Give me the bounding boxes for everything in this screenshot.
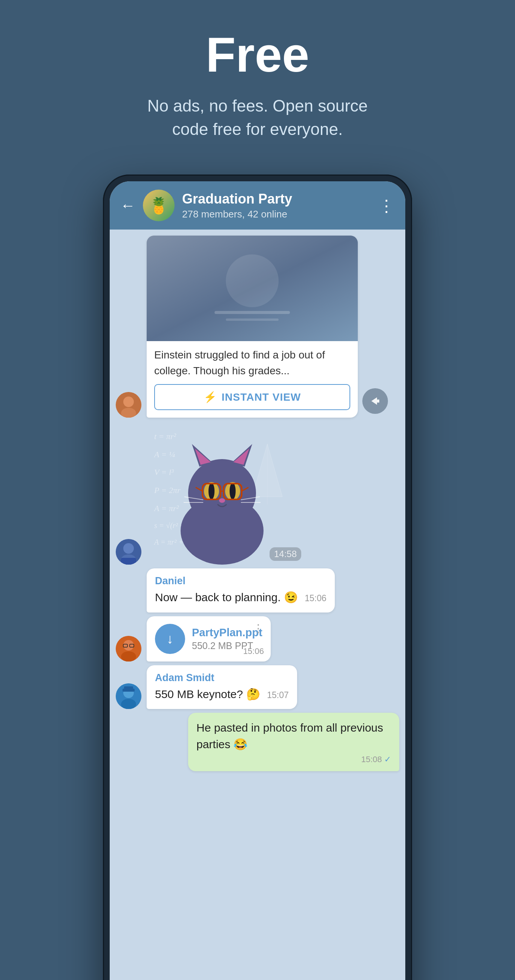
svg-rect-6	[226, 318, 279, 321]
table-row: Einstein struggled to find a job out of …	[116, 235, 399, 418]
chat-name: Graduation Party	[182, 191, 371, 207]
svg-point-1	[123, 396, 134, 407]
svg-rect-10	[121, 558, 136, 565]
chat-body: Einstein struggled to find a job out of …	[110, 229, 405, 980]
hero-title: Free	[15, 30, 500, 79]
svg-point-28	[219, 498, 225, 503]
chat-status: 278 members, 42 online	[182, 208, 371, 220]
lightning-icon: ⚡	[204, 391, 217, 403]
phone-wrapper: ← 🍍 Graduation Party 278 members, 42 onl…	[103, 175, 412, 980]
sender-name: Adam Smidt	[155, 672, 289, 684]
svg-point-8	[123, 543, 134, 554]
chat-menu-button[interactable]: ⋮	[378, 196, 395, 215]
chat-info: Graduation Party 278 members, 42 online	[182, 191, 371, 220]
instant-view-button[interactable]: ⚡ INSTANT VIEW	[154, 384, 350, 410]
check-icon: ✓	[384, 755, 391, 764]
avatar	[116, 683, 141, 709]
svg-point-34	[123, 640, 134, 651]
table-row: Adam Smidt 550 MB keynote? 🤔 15:07	[116, 665, 399, 710]
svg-point-21	[209, 483, 215, 500]
avatar	[116, 636, 141, 662]
avatar	[116, 539, 141, 565]
message-time: 15:07	[267, 690, 289, 700]
table-row: He pasted in photos from all previous pa…	[116, 713, 399, 771]
hero-section: Free No ads, no fees. Open sourcecode fr…	[0, 0, 515, 163]
avatar	[116, 392, 141, 418]
svg-point-40	[121, 699, 136, 709]
file-bubble: ↓ PartyPlan.ppt 550.2 MB PPT ⋮ 15:06	[147, 616, 271, 662]
message-bubble: Adam Smidt 550 MB keynote? 🤔 15:07	[147, 665, 297, 710]
svg-rect-42	[124, 686, 133, 690]
chat-header: ← 🍍 Graduation Party 278 members, 42 onl…	[110, 181, 405, 229]
file-name: PartyPlan.ppt	[192, 627, 262, 639]
link-preview-bubble: Einstein struggled to find a job out of …	[147, 235, 358, 418]
link-preview-text: Einstein struggled to find a job out of …	[154, 347, 350, 379]
instant-view-label: INSTANT VIEW	[222, 391, 301, 403]
message-time: 15:06	[243, 646, 264, 656]
sticker-timestamp: 14:58	[269, 547, 301, 561]
phone-screen: ← 🍍 Graduation Party 278 members, 42 onl…	[110, 181, 405, 980]
message-time: 15:08	[361, 755, 382, 764]
own-message-bubble: He pasted in photos from all previous pa…	[188, 713, 399, 771]
sticker-message: t = πr² A = ¼ V = l³ P = 2πr A = πr² s =…	[116, 422, 399, 565]
svg-point-35	[121, 651, 136, 662]
message-text: 550 MB keynote? 🤔 15:07	[155, 686, 289, 703]
table-row: Daniel Now — back to planning. 😉 15:06	[116, 568, 399, 612]
download-button[interactable]: ↓	[155, 624, 185, 654]
message-bubble: Daniel Now — back to planning. 😉 15:06	[147, 568, 335, 612]
svg-point-14	[188, 459, 256, 527]
sender-name: Daniel	[155, 575, 327, 587]
link-preview-image	[147, 235, 358, 341]
svg-point-4	[226, 255, 279, 307]
share-button[interactable]	[362, 388, 388, 414]
file-menu-button[interactable]: ⋮	[253, 622, 264, 635]
message-time: 15:06	[305, 593, 327, 603]
svg-point-22	[230, 483, 236, 500]
message-text: Now — back to planning. 😉 15:06	[155, 589, 327, 606]
table-row: ↓ PartyPlan.ppt 550.2 MB PPT ⋮ 15:06	[116, 616, 399, 662]
hero-subtitle: No ads, no fees. Open sourcecode free fo…	[15, 94, 500, 141]
message-text: He pasted in photos from all previous pa…	[196, 719, 391, 752]
back-button[interactable]: ←	[120, 197, 136, 214]
group-avatar: 🍍	[143, 189, 175, 221]
phone-frame: ← 🍍 Graduation Party 278 members, 42 onl…	[103, 175, 412, 980]
svg-rect-5	[215, 311, 290, 314]
sticker-area: t = πr² A = ¼ V = l³ P = 2πr A = πr² s =…	[147, 422, 305, 565]
